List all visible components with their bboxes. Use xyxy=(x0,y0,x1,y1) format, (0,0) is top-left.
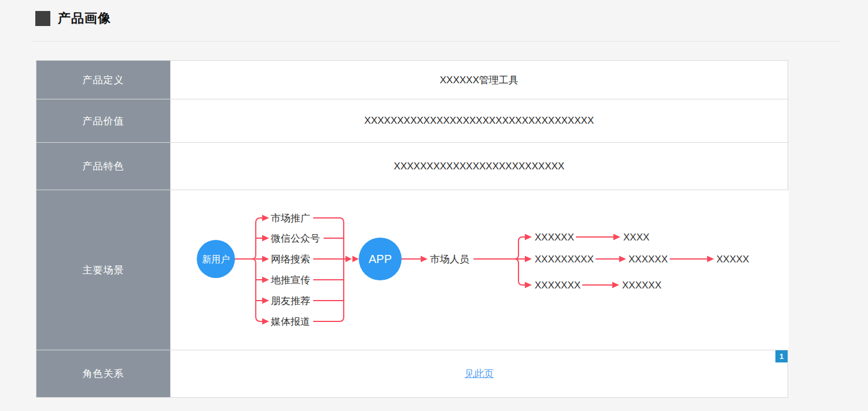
channel-label-ground-promo: 地推宣传 xyxy=(271,275,310,286)
row-header-role-relations: 角色关系 xyxy=(36,350,171,397)
flow-b-step-3: XXXXX xyxy=(716,254,749,265)
product-features-value: XXXXXXXXXXXXXXXXXXXXXXXXXX xyxy=(394,161,565,172)
channel-label-friend-refer: 朋友推荐 xyxy=(271,295,310,306)
title-marker-square xyxy=(35,11,50,26)
channel-label-media-report: 媒体报道 xyxy=(271,316,310,327)
flow-b-step-2: XXXXXX xyxy=(628,254,668,265)
product-portrait-table: 产品定义 XXXXXX管理工具 产品价值 XXXXXXXXXXXXXXXXXXX… xyxy=(36,60,788,398)
flow-c-step-2: XXXXXX xyxy=(622,280,661,291)
table-row: 产品定义 XXXXXX管理工具 xyxy=(36,61,788,99)
product-value-value-cell: XXXXXXXXXXXXXXXXXXXXXXXXXXXXXXXXXXX xyxy=(171,99,788,142)
flow-b-step-1: XXXXXXXXX xyxy=(535,254,594,265)
channel-label-web-search: 网络搜索 xyxy=(271,254,310,265)
page-header: 产品画像 xyxy=(35,10,111,27)
row-header-product-features: 产品特色 xyxy=(36,143,171,190)
page-title: 产品画像 xyxy=(58,10,111,27)
table-row: 产品特色 XXXXXXXXXXXXXXXXXXXXXXXXXX xyxy=(36,143,788,190)
see-this-page-link[interactable]: 见此页 xyxy=(465,367,494,380)
role-relations-value-cell: 见此页 1 xyxy=(171,350,788,397)
table-row: 角色关系 见此页 1 xyxy=(36,350,788,397)
product-definition-value: XXXXXX管理工具 xyxy=(440,73,518,87)
table-row: 产品价值 XXXXXXXXXXXXXXXXXXXXXXXXXXXXXXXXXXX xyxy=(36,99,788,143)
product-definition-value-cell: XXXXXX管理工具 xyxy=(171,61,788,99)
app-node-label: APP xyxy=(369,253,392,265)
product-features-value-cell: XXXXXXXXXXXXXXXXXXXXXXXXXX xyxy=(171,143,788,190)
row-header-main-scenarios: 主要场景 xyxy=(36,190,171,350)
row-header-product-definition: 产品定义 xyxy=(36,61,171,99)
main-scenarios-diagram-cell: 新用户 APP 市场推广 微信公众号 网络搜索 地推宣传 朋友推荐 媒体报道 市… xyxy=(171,190,789,350)
annotation-badge[interactable]: 1 xyxy=(775,350,788,362)
table-row: 主要场景 xyxy=(36,190,788,350)
flow-a-step-2: XXXX xyxy=(623,232,649,243)
role-label-market-staff: 市场人员 xyxy=(430,254,469,265)
flow-a-step-1: XXXXXX xyxy=(535,232,574,243)
channel-label-wechat: 微信公众号 xyxy=(271,233,320,244)
scenario-flow-diagram: 新用户 APP 市场推广 微信公众号 网络搜索 地推宣传 朋友推荐 媒体报道 市… xyxy=(171,190,789,350)
flow-c-step-1: XXXXXXX xyxy=(535,280,580,291)
header-divider xyxy=(32,41,841,42)
new-user-node-label: 新用户 xyxy=(202,254,230,264)
row-header-product-value: 产品价值 xyxy=(36,99,171,142)
channel-label-market-promo: 市场推广 xyxy=(271,213,310,224)
product-value-value: XXXXXXXXXXXXXXXXXXXXXXXXXXXXXXXXXXX xyxy=(365,115,594,127)
